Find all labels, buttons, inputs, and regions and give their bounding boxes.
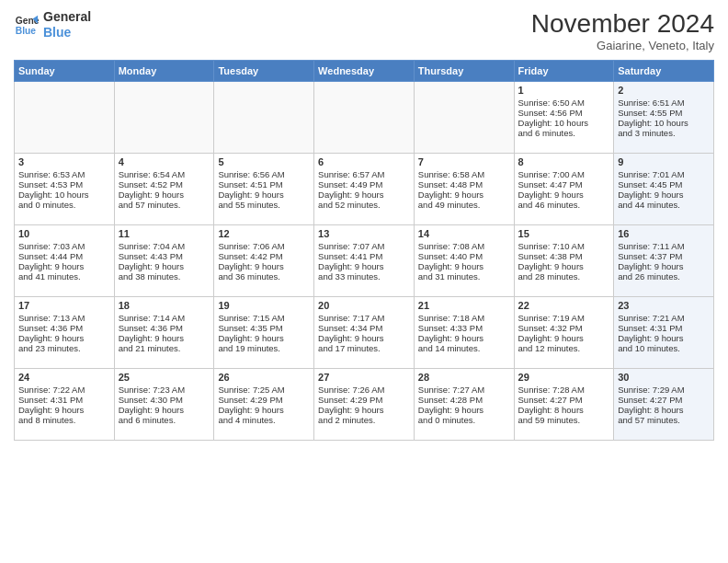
day-info: Sunrise: 7:13 AM — [18, 313, 110, 323]
cal-cell: 1Sunrise: 6:50 AMSunset: 4:56 PMDaylight… — [514, 82, 614, 154]
day-info: Sunrise: 7:29 AM — [618, 385, 710, 395]
day-info: Sunrise: 7:01 AM — [618, 169, 710, 179]
day-info: Daylight: 8 hours — [518, 405, 610, 415]
col-header-saturday: Saturday — [614, 61, 714, 82]
day-info: Daylight: 9 hours — [518, 190, 610, 200]
day-info: and 0 minutes. — [18, 200, 110, 210]
cal-cell: 23Sunrise: 7:21 AMSunset: 4:31 PMDayligh… — [614, 297, 714, 369]
col-header-thursday: Thursday — [414, 61, 514, 82]
day-info: and 14 minutes. — [418, 343, 510, 353]
day-number: 29 — [518, 372, 610, 383]
day-info: Sunset: 4:34 PM — [318, 323, 410, 333]
day-info: Sunset: 4:56 PM — [518, 108, 610, 118]
day-info: and 57 minutes. — [119, 200, 210, 210]
day-info: and 4 minutes. — [218, 415, 310, 425]
cal-cell: 27Sunrise: 7:26 AMSunset: 4:29 PMDayligh… — [314, 369, 415, 441]
week-row-0: 1Sunrise: 6:50 AMSunset: 4:56 PMDaylight… — [15, 82, 714, 154]
day-info: Sunrise: 7:14 AM — [119, 313, 210, 323]
cal-cell: 18Sunrise: 7:14 AMSunset: 4:36 PMDayligh… — [114, 297, 214, 369]
day-info: Daylight: 9 hours — [218, 405, 310, 415]
day-info: and 33 minutes. — [318, 271, 410, 282]
day-info: Sunset: 4:37 PM — [618, 251, 710, 261]
day-info: Daylight: 9 hours — [218, 190, 310, 200]
day-info: and 44 minutes. — [618, 200, 710, 210]
day-number: 15 — [518, 228, 610, 239]
logo-line1: General — [43, 9, 91, 25]
cal-cell: 12Sunrise: 7:06 AMSunset: 4:42 PMDayligh… — [214, 225, 314, 297]
day-info: Sunrise: 7:22 AM — [18, 385, 110, 395]
cal-cell: 10Sunrise: 7:03 AMSunset: 4:44 PMDayligh… — [15, 225, 115, 297]
day-info: Sunset: 4:40 PM — [418, 251, 510, 261]
day-info: and 52 minutes. — [318, 200, 410, 210]
cal-cell: 21Sunrise: 7:18 AMSunset: 4:33 PMDayligh… — [414, 297, 514, 369]
day-info: Sunrise: 7:26 AM — [318, 385, 410, 395]
day-number: 4 — [119, 156, 210, 167]
cal-cell: 14Sunrise: 7:08 AMSunset: 4:40 PMDayligh… — [414, 225, 514, 297]
day-info: Sunrise: 7:06 AM — [218, 241, 310, 251]
day-info: Sunrise: 6:51 AM — [618, 98, 710, 108]
title-block: November 2024 Gaiarine, Veneto, Italy — [531, 9, 714, 52]
day-info: Daylight: 9 hours — [18, 333, 110, 343]
day-info: Daylight: 9 hours — [618, 333, 710, 343]
day-info: Sunset: 4:48 PM — [418, 179, 510, 190]
day-number: 16 — [618, 228, 710, 239]
day-info: and 26 minutes. — [618, 271, 710, 282]
day-number: 28 — [418, 372, 510, 383]
day-info: Sunset: 4:51 PM — [218, 179, 310, 190]
day-number: 18 — [119, 300, 210, 311]
col-header-wednesday: Wednesday — [314, 61, 415, 82]
day-number: 10 — [18, 228, 110, 239]
cal-cell: 9Sunrise: 7:01 AMSunset: 4:45 PMDaylight… — [614, 154, 714, 225]
cal-cell: 29Sunrise: 7:28 AMSunset: 4:27 PMDayligh… — [514, 369, 614, 441]
day-info: and 31 minutes. — [418, 271, 510, 282]
cal-cell: 2Sunrise: 6:51 AMSunset: 4:55 PMDaylight… — [614, 82, 714, 154]
day-number: 30 — [618, 372, 710, 383]
day-info: Sunset: 4:29 PM — [218, 395, 310, 405]
day-number: 20 — [318, 300, 410, 311]
day-info: Daylight: 9 hours — [119, 190, 210, 200]
day-info: Sunrise: 7:27 AM — [418, 385, 510, 395]
day-info: Sunrise: 7:10 AM — [518, 241, 610, 251]
cal-cell: 25Sunrise: 7:23 AMSunset: 4:30 PMDayligh… — [114, 369, 214, 441]
day-number: 23 — [618, 300, 710, 311]
day-info: Sunrise: 7:18 AM — [418, 313, 510, 323]
cal-cell: 24Sunrise: 7:22 AMSunset: 4:31 PMDayligh… — [15, 369, 115, 441]
day-info: Daylight: 9 hours — [518, 261, 610, 271]
day-info: Sunset: 4:28 PM — [418, 395, 510, 405]
day-info: Sunset: 4:36 PM — [119, 323, 210, 333]
day-info: Sunset: 4:38 PM — [518, 251, 610, 261]
cal-cell: 4Sunrise: 6:54 AMSunset: 4:52 PMDaylight… — [114, 154, 214, 225]
day-info: Sunset: 4:55 PM — [618, 108, 710, 118]
day-info: Sunrise: 6:54 AM — [119, 169, 210, 179]
day-info: Daylight: 9 hours — [618, 261, 710, 271]
day-info: Daylight: 9 hours — [318, 190, 410, 200]
day-info: and 6 minutes. — [518, 128, 610, 138]
cal-cell — [15, 82, 115, 154]
day-info: Sunset: 4:49 PM — [318, 179, 410, 190]
day-info: and 55 minutes. — [218, 200, 310, 210]
day-info: Daylight: 9 hours — [418, 333, 510, 343]
day-info: and 2 minutes. — [318, 415, 410, 425]
day-info: Sunrise: 7:23 AM — [119, 385, 210, 395]
day-number: 2 — [618, 85, 710, 96]
day-info: Daylight: 9 hours — [318, 333, 410, 343]
day-info: and 10 minutes. — [618, 343, 710, 353]
day-info: Sunset: 4:27 PM — [518, 395, 610, 405]
cal-cell: 8Sunrise: 7:00 AMSunset: 4:47 PMDaylight… — [514, 154, 614, 225]
day-info: Sunrise: 7:08 AM — [418, 241, 510, 251]
day-info: Daylight: 9 hours — [218, 261, 310, 271]
day-info: and 21 minutes. — [119, 343, 210, 353]
week-row-1: 3Sunrise: 6:53 AMSunset: 4:53 PMDaylight… — [15, 154, 714, 225]
day-info: Sunset: 4:42 PM — [218, 251, 310, 261]
day-info: Sunrise: 7:17 AM — [318, 313, 410, 323]
day-info: Daylight: 8 hours — [618, 405, 710, 415]
day-number: 19 — [218, 300, 310, 311]
day-info: Sunset: 4:41 PM — [318, 251, 410, 261]
cal-cell: 3Sunrise: 6:53 AMSunset: 4:53 PMDaylight… — [15, 154, 115, 225]
col-header-sunday: Sunday — [15, 61, 115, 82]
day-info: Daylight: 9 hours — [18, 405, 110, 415]
day-info: Sunrise: 6:58 AM — [418, 169, 510, 179]
cal-cell — [314, 82, 415, 154]
day-number: 25 — [119, 372, 210, 383]
day-info: Sunset: 4:27 PM — [618, 395, 710, 405]
